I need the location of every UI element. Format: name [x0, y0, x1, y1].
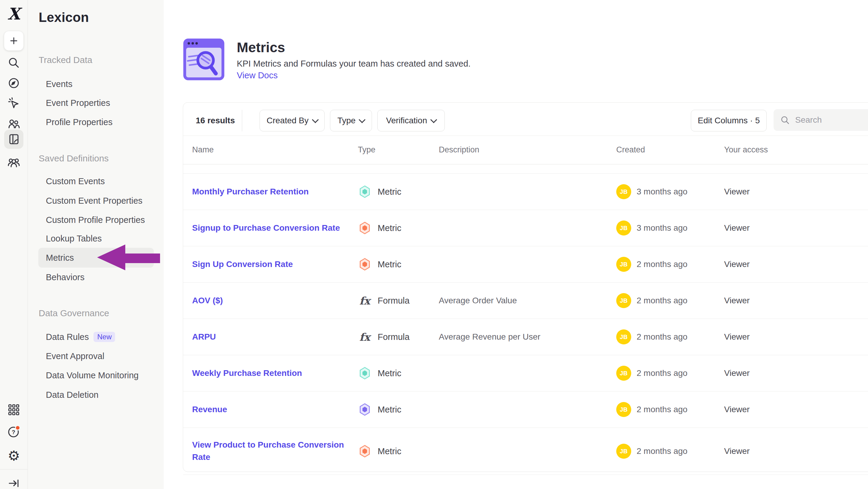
- search-icon: [780, 115, 790, 125]
- results-count: 16 results: [196, 110, 235, 132]
- toolbar-divider: [242, 110, 242, 132]
- help-icon[interactable]: ?: [0, 423, 28, 440]
- table-row: Revenue fx Metric JB 2 months ago Viewer: [183, 392, 868, 428]
- metric-name-link[interactable]: ARPU: [192, 331, 216, 343]
- metric-type-label: Metric: [378, 447, 401, 456]
- table-row: Weekly Purchase Retention fx Metric JB 2…: [183, 355, 868, 392]
- new-badge: New: [94, 332, 115, 342]
- access-level: Viewer: [724, 355, 850, 391]
- metric-name-link[interactable]: Weekly Purchase Retention: [192, 367, 302, 379]
- lexicon-sidebar: Lexicon Tracked Data Events Event Proper…: [28, 0, 164, 489]
- metric-type-icon: fx: [358, 221, 372, 235]
- sidebar-item-data-volume-monitoring[interactable]: Data Volume Monitoring: [46, 369, 139, 382]
- gear-icon[interactable]: ⚙: [0, 448, 28, 464]
- metric-description: [439, 210, 610, 246]
- column-header-type: Type: [358, 136, 436, 164]
- sidebar-item-profile-properties[interactable]: Profile Properties: [46, 115, 113, 129]
- access-level: Viewer: [724, 319, 850, 355]
- page-subtitle: KPI Metrics and Formulas your team has c…: [237, 58, 471, 69]
- metric-description: Average Order Value: [439, 283, 610, 319]
- sidebar-item-custom-event-properties[interactable]: Custom Event Properties: [46, 194, 143, 207]
- table-row: Signup to Purchase Conversion Rate fx Me…: [183, 210, 868, 246]
- lexicon-book-icon: [4, 130, 23, 149]
- sidebar-item-metrics[interactable]: Metrics: [46, 251, 74, 264]
- metric-type-icon: fx: [358, 444, 372, 458]
- sidebar-item-event-approval[interactable]: Event Approval: [46, 349, 104, 363]
- sign-out-icon[interactable]: [0, 476, 28, 489]
- avatar: JB: [616, 402, 631, 417]
- filter-verification[interactable]: Verification: [377, 110, 445, 132]
- table-row: View Product to Purchase Conversion Rate…: [183, 428, 868, 475]
- apps-grid-icon[interactable]: [0, 401, 28, 418]
- metric-description: [439, 355, 610, 391]
- sidebar-item-data-rules[interactable]: Data Rules New: [46, 330, 115, 344]
- sidebar-item-lookup-tables[interactable]: Lookup Tables: [46, 232, 102, 245]
- compass-icon[interactable]: [0, 76, 28, 91]
- filter-created-by[interactable]: Created By: [259, 110, 324, 132]
- metric-description: [439, 246, 610, 282]
- sidebar-item-events[interactable]: Events: [46, 78, 72, 91]
- avatar: JB: [616, 221, 631, 235]
- metric-name-link[interactable]: Signup to Purchase Conversion Rate: [192, 222, 340, 234]
- column-header-created: Created: [616, 136, 721, 164]
- sidebar-item-custom-events[interactable]: Custom Events: [46, 175, 105, 188]
- table-body: Monthly Purchaser Retention fx Metric JB…: [183, 164, 868, 475]
- avatar: JB: [616, 257, 631, 272]
- created-time: 2 months ago: [637, 368, 688, 378]
- metric-name-link[interactable]: Revenue: [192, 403, 227, 416]
- metric-description: [439, 392, 610, 428]
- created-time: 2 months ago: [637, 259, 688, 269]
- sidebar-item-custom-profile-properties[interactable]: Custom Profile Properties: [46, 213, 145, 227]
- metric-type-icon: fx: [358, 257, 372, 271]
- metrics-table-card: 16 results Created By Type Verification …: [183, 102, 868, 472]
- access-level: Viewer: [724, 428, 850, 474]
- edit-columns-button[interactable]: Edit Columns · 5: [691, 110, 767, 132]
- table-row: Monthly Purchaser Retention fx Metric JB…: [183, 174, 868, 210]
- metric-name-link[interactable]: Monthly Purchaser Retention: [192, 186, 309, 198]
- avatar: JB: [616, 293, 631, 308]
- metrics-page-icon: [183, 38, 225, 81]
- mixpanel-logo[interactable]: X: [0, 5, 28, 22]
- metric-name-link[interactable]: AOV ($): [192, 295, 223, 307]
- metric-name-link[interactable]: Sign Up Conversion Rate: [192, 258, 293, 270]
- view-docs-link[interactable]: View Docs: [237, 70, 278, 81]
- metric-type-label: Formula: [378, 332, 409, 342]
- metric-type-label: Metric: [378, 187, 401, 197]
- avatar: JB: [616, 329, 631, 344]
- chevron-down-icon: [430, 116, 437, 123]
- access-level: Viewer: [724, 283, 850, 319]
- column-header-name: Name: [192, 136, 354, 164]
- lexicon-nav-active[interactable]: [0, 130, 28, 149]
- table-row: ARPU fx Formula Average Revenue per User…: [183, 319, 868, 355]
- access-level: Viewer: [724, 392, 850, 428]
- users-two-icon[interactable]: [0, 116, 28, 132]
- search-box[interactable]: [774, 109, 868, 131]
- metric-description: Average Revenue per User: [439, 319, 610, 355]
- sidebar-item-data-deletion[interactable]: Data Deletion: [46, 388, 99, 401]
- metric-name-link[interactable]: View Product to Purchase Conversion Rate: [192, 439, 354, 463]
- plus-icon: [4, 31, 24, 51]
- column-header-description: Description: [439, 136, 610, 164]
- metric-type-label: Metric: [378, 259, 401, 269]
- access-level: Viewer: [724, 174, 850, 210]
- section-data-governance: Data Governance: [39, 307, 109, 320]
- chevron-down-icon: [312, 116, 319, 123]
- sidebar-item-event-properties[interactable]: Event Properties: [46, 96, 110, 110]
- created-time: 3 months ago: [637, 223, 688, 233]
- users-three-icon[interactable]: [0, 155, 28, 170]
- metric-type-icon: fx: [358, 403, 372, 416]
- avatar: JB: [616, 184, 631, 199]
- metric-description: [439, 174, 610, 210]
- sidebar-item-behaviors[interactable]: Behaviors: [46, 270, 85, 284]
- sidebar-title: Lexicon: [39, 9, 89, 26]
- created-time: 2 months ago: [637, 332, 688, 342]
- search-nav-icon[interactable]: [0, 55, 28, 70]
- icon-rail: X: [0, 0, 28, 489]
- filter-type[interactable]: Type: [330, 110, 372, 132]
- search-input[interactable]: [795, 115, 856, 125]
- created-time: 2 months ago: [637, 447, 688, 456]
- magic-cursor-icon[interactable]: [0, 95, 28, 110]
- create-button[interactable]: [0, 31, 28, 50]
- page-title: Metrics: [237, 39, 285, 56]
- metric-type-label: Metric: [378, 405, 401, 414]
